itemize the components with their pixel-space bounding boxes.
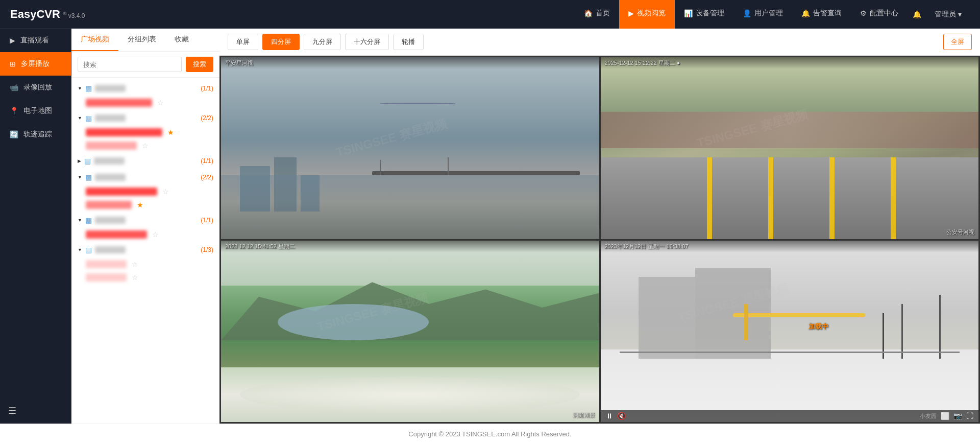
video-overlay-1: 平安星河视 [221,57,599,69]
item-bar-5-0 [86,260,127,268]
search-button[interactable]: 搜索 [186,57,213,72]
group-count-0: (1/1) [201,85,213,92]
tree-group-0: ▼▤(1/1)☆ [71,81,219,109]
admin-menu[interactable]: 管理员 ▾ [926,10,970,19]
btn-four[interactable]: 四分屏 [262,34,300,50]
nav-video[interactable]: ▶ 视频阅览 [619,0,675,29]
video-cell-1[interactable]: 平安星河视 TSINGSEE 赛星视频 [221,57,599,239]
tab-plaza[interactable]: 广场视频 [71,29,118,51]
main-layout: ▶ 直播观看 ⊞ 多屏播放 📹 录像回放 📍 电子地图 🔄 轨迹追踪 ☰ 广场视… [0,29,980,424]
item-star-5-1[interactable]: ☆ [132,273,138,282]
tab-groups[interactable]: 分组列表 [118,29,165,51]
btn-nine[interactable]: 九分屏 [304,34,341,50]
video-cell-4[interactable]: 2023年12月12日 星期一 16:38:07 加载中 ⏸ 🔇 小友园 ⬜ 📷… [601,241,979,423]
logo: EasyCVR ® v3.4.0 [10,8,85,21]
device-icon: 📊 [684,9,693,17]
search-input[interactable] [78,57,182,72]
footer: Copyright © 2023 TSINGSEE.com All Rights… [0,424,980,444]
snapshot-button[interactable]: 📷 [953,412,962,420]
group-count-5: (1/3) [201,246,213,253]
group-icon-4: ▤ [85,216,92,224]
sidebar-item-live[interactable]: ▶ 直播观看 [0,29,71,52]
item-star-1-0[interactable]: ★ [167,128,174,136]
nav-device[interactable]: 📊 设备管理 [675,0,733,29]
tree-item-1-1[interactable]: ☆ [71,139,219,152]
group-icon-0: ▤ [85,84,92,92]
btn-sixteen[interactable]: 十六分屏 [345,34,389,50]
video-grid: 平安星河视 TSINGSEE 赛星视频 [219,56,980,424]
tree-item-0-0[interactable]: ☆ [71,96,219,109]
nav-config[interactable]: ⚙ 配置中心 [851,0,908,29]
tree-group-header-2[interactable]: ▶▤(1/1) [71,153,219,169]
tree-item-3-1[interactable]: ★ [71,198,219,212]
group-name-0 [95,85,126,92]
sidebar-item-multiscreen[interactable]: ⊞ 多屏播放 [0,52,71,76]
nav-user[interactable]: 👤 用户管理 [733,0,792,29]
tree-group-header-1[interactable]: ▼▤(2/2) [71,110,219,126]
item-bar-5-1 [86,273,127,282]
pause-button[interactable]: ⏸ [606,412,613,420]
tree-group-header-0[interactable]: ▼▤(1/1) [71,81,219,96]
config-icon: ⚙ [860,9,867,17]
item-star-4-0[interactable]: ☆ [152,230,159,239]
nav-items: 🏠 首页 ▶ 视频阅览 📊 设备管理 👤 用户管理 🔔 告警查询 ⚙ 配置中心 … [575,0,970,29]
item-star-3-0[interactable]: ☆ [162,188,169,196]
tree-item-3-0[interactable]: ☆ [71,185,219,198]
tree-group-header-4[interactable]: ▼▤(1/1) [71,213,219,228]
group-name-4 [95,217,126,224]
left-panel: 广场视频 分组列表 收藏 搜索 ▼▤(1/1)☆▼▤(2/2)★☆▶▤(1/1)… [71,29,219,424]
recording-icon: 📹 [10,83,18,91]
expand-icon-1: ▼ [78,115,82,121]
content-toolbar: 单屏 四分屏 九分屏 十六分屏 轮播 全屏 [219,29,980,56]
window-button[interactable]: ⬜ [941,412,949,420]
sidebar-item-map[interactable]: 📍 电子地图 [0,99,71,123]
logo-version: ® v3.4.0 [63,11,85,19]
video-cell-3[interactable]: 2023 12 12 15:41:52 星期二 洞庭湖景 TSINGSEE 赛星… [221,241,599,423]
group-name-1 [95,114,126,122]
item-star-1-1[interactable]: ☆ [142,142,149,150]
group-count-2: (1/1) [201,157,213,165]
group-count-3: (2/2) [201,174,213,181]
sidebar-item-recording[interactable]: 📹 录像回放 [0,76,71,99]
item-bar-1-1 [86,142,137,150]
loading-text: 加载中 [808,322,828,331]
right-controls: 小友园 ⬜ 📷 ⛶ [920,412,973,420]
video-cell-2[interactable]: 2025-12-12 15:22:22 星期二 ● 公安号河视 TSINGSEE… [601,57,979,239]
group-count-1: (2/2) [201,114,213,122]
tree-group-header-3[interactable]: ▼▤(2/2) [71,170,219,185]
copyright-text: Copyright © 2023 TSINGSEE.com All Rights… [408,430,571,438]
tree-list: ▼▤(1/1)☆▼▤(2/2)★☆▶▤(1/1)▼▤(2/2)☆★▼▤(1/1)… [71,78,219,424]
expand-icon-0: ▼ [78,86,82,91]
item-star-3-1[interactable]: ★ [137,201,143,209]
nav-home[interactable]: 🏠 首页 [575,0,619,29]
live-icon: ▶ [10,36,15,44]
tree-group-header-5[interactable]: ▼▤(1/3) [71,242,219,258]
tree-item-5-0[interactable]: ☆ [71,258,219,271]
tab-favorites[interactable]: 收藏 [165,29,198,51]
mute-button[interactable]: 🔇 [617,412,626,420]
tree-item-4-0[interactable]: ☆ [71,228,219,241]
fullscreen-button[interactable]: 全屏 [943,34,972,50]
video-controls-4: ⏸ 🔇 小友园 ⬜ 📷 ⛶ [601,410,979,422]
item-star-0-0[interactable]: ☆ [157,99,164,107]
tree-item-5-1[interactable]: ☆ [71,271,219,284]
btn-single[interactable]: 单屏 [228,34,258,50]
btn-rotate[interactable]: 轮播 [393,34,424,50]
item-star-5-0[interactable]: ☆ [132,260,138,268]
top-nav: EasyCVR ® v3.4.0 🏠 首页 ▶ 视频阅览 📊 设备管理 👤 用户… [0,0,980,29]
expand-button[interactable]: ⛶ [966,412,973,420]
user-icon: 👤 [743,9,751,17]
item-bar-3-1 [86,201,132,209]
admin-bell[interactable]: 🔔 [908,10,926,18]
group-name-3 [95,174,126,181]
item-bar-4-0 [86,230,147,239]
sidebar-bottom-menu[interactable]: ☰ [0,398,71,424]
alarm-icon: 🔔 [801,9,810,17]
nav-alarm[interactable]: 🔔 告警查询 [792,0,851,29]
search-bar: 搜索 [71,52,219,78]
sidebar-item-track[interactable]: 🔄 轨迹追踪 [0,123,71,146]
tree-group-5: ▼▤(1/3)☆☆ [71,242,219,284]
tree-item-1-0[interactable]: ★ [71,126,219,139]
video-overlay-4: 2023年12月12日 星期一 16:38:07 [601,241,979,252]
expand-icon-3: ▼ [78,175,82,180]
